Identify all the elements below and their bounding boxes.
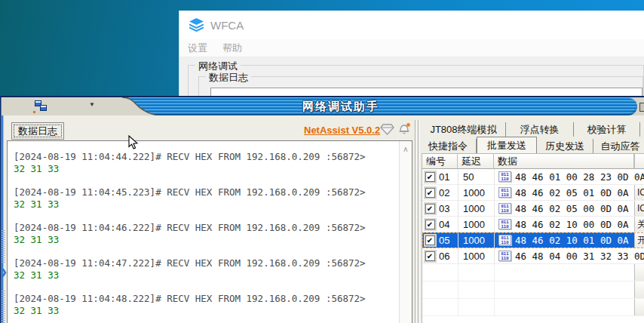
hex-format-icon: 011 110 <box>498 235 511 245</box>
tab-快捷指令[interactable]: 快捷指令 <box>420 139 477 153</box>
log-entry-header: [2024-08-19 11:04:48.222]# RECV HEX FROM… <box>14 293 395 305</box>
table-row-06[interactable]: ✔061000011 11046 48 04 00 31 32 33 0D...… <box>422 248 644 264</box>
menu-settings[interactable]: 设置 <box>188 42 207 55</box>
row-checkbox[interactable]: ✔ <box>425 251 435 261</box>
row-data-hex: 48 46 01 00 28 23 0D 0A <box>515 171 644 183</box>
row-data-hex: 46 48 04 00 31 32 33 0D... <box>515 251 644 262</box>
log-scrollbar[interactable]: ∧ <box>399 141 412 323</box>
row-data-cell: 011 11048 46 02 05 00 0D 0A <box>494 201 634 216</box>
hex-format-icon: 011 110 <box>498 171 511 182</box>
row-delay: 1000 <box>458 217 494 232</box>
row-delay: 50 <box>458 169 494 184</box>
row-number: 06 <box>437 251 458 262</box>
tabs-row-1: JT808终端模拟浮点转换校验计算 <box>422 122 640 137</box>
wfca-window: WFCA 设置 帮助 网络调试 数据日志 <box>179 11 644 98</box>
hex-format-icon: 011 110 <box>498 203 511 214</box>
row-number: 04 <box>437 219 458 230</box>
log-entry-header: [2024-08-19 11:04:45.223]# RECV HEX FROM… <box>14 186 395 198</box>
row-delay: 1000 <box>458 201 494 216</box>
row-number: 02 <box>437 187 458 198</box>
bell-icon[interactable] <box>398 122 412 135</box>
splitter-expand-icon[interactable]: ❯ <box>1 268 7 276</box>
col-header-data[interactable]: 数据 <box>494 154 634 169</box>
row-delay: 1000 <box>458 248 494 263</box>
menu-help[interactable]: 帮助 <box>222 42 242 55</box>
table-header: 编号 延迟 数据 <box>422 154 644 169</box>
col-header-delay[interactable]: 延迟 <box>458 154 494 169</box>
tab-历史发送[interactable]: 历史发送 <box>537 139 593 153</box>
notification-dot <box>406 123 410 127</box>
row-checkbox[interactable]: ✔ <box>425 188 435 198</box>
tab-批量发送[interactable]: 批量发送 <box>477 137 537 153</box>
log-entry-header: [2024-08-19 11:04:47.222]# RECV HEX FROM… <box>14 257 395 269</box>
row-data-hex: 48 46 02 10 00 0D 0A <box>515 219 629 230</box>
table-row-03[interactable]: ✔031000011 11048 46 02 05 00 0D 0AIO <box>422 201 644 217</box>
table-row-01[interactable]: ✔0150011 11048 46 01 00 28 23 0D 0AAD <box>422 169 644 185</box>
netassist-version-link[interactable]: NetAssist V5.0.2 <box>304 125 380 136</box>
row-note-button[interactable]: IO <box>634 201 644 216</box>
row-checkbox[interactable]: ✔ <box>425 172 435 182</box>
table-row-05[interactable]: ✔051000011 11048 46 02 10 01 0D 0A开 <box>422 232 644 248</box>
row-data-hex: 48 46 02 05 01 0D 0A <box>515 187 629 198</box>
tab-浮点转换[interactable]: 浮点转换 <box>506 122 574 137</box>
hex-format-icon: 011 110 <box>498 219 511 229</box>
table-row-02[interactable]: ✔021000011 11048 46 02 05 01 0D 0AIO <box>422 185 644 201</box>
netassist-body: 数据日志 NetAssist V5.0.2 [2024-08-19 11:04:… <box>4 117 644 323</box>
tab-校验计算[interactable]: 校验计算 <box>574 122 640 137</box>
diamond-icon[interactable] <box>380 124 394 135</box>
titlebar-swoosh <box>2 97 198 115</box>
netassist-titlebar[interactable]: ▼ 网络调试助手 <box>2 97 644 115</box>
app-menu-icon[interactable] <box>35 100 50 112</box>
log-entry-hex: 32 31 33 <box>14 198 395 211</box>
log-entry-hex: 32 31 33 <box>14 269 395 281</box>
table-row-04[interactable]: ✔041000011 11048 46 02 10 00 0D 0A关 <box>422 217 644 232</box>
col-header-note[interactable] <box>634 154 644 169</box>
log-entry-hex: 32 31 33 <box>14 305 395 317</box>
row-data-cell: 011 11048 46 02 05 01 0D 0A <box>494 185 634 200</box>
tabs-row-2: 快捷指令批量发送历史发送自动应答 <box>420 137 644 153</box>
groupbox-datalog: 数据日志 <box>198 76 643 97</box>
hex-format-icon: 011 110 <box>498 251 511 261</box>
row-note-button[interactable]: 开 <box>634 232 644 248</box>
row-checkbox[interactable]: ✔ <box>425 204 435 214</box>
row-note-empty <box>634 281 644 298</box>
netassist-window: ▼ 网络调试助手 数据日志 NetAssist V5.0.2 [2024-08-… <box>0 96 644 323</box>
row-number: 01 <box>437 171 458 183</box>
scroll-up-arrow-icon[interactable]: ∧ <box>400 143 412 155</box>
log-entry-header: [2024-08-19 11:04:46.222]# RECV HEX FROM… <box>14 222 395 234</box>
right-pane: JT808终端模拟浮点转换校验计算 快捷指令批量发送历史发送自动应答 编号 延迟… <box>420 117 644 323</box>
row-checkbox[interactable]: ✔ <box>425 235 435 245</box>
wfca-content: 网络调试 数据日志 <box>179 57 644 98</box>
pane-collapse-splitter[interactable]: ❯ <box>1 230 6 323</box>
pane-divider[interactable] <box>414 120 420 323</box>
row-number: 03 <box>437 203 458 214</box>
row-note-button[interactable]: 关 <box>634 217 644 232</box>
tab-自动应答[interactable]: 自动应答 <box>593 139 644 153</box>
tab-data-log[interactable]: 数据日志 <box>11 122 64 140</box>
titlebar-button-sliver[interactable] <box>637 97 644 115</box>
col-header-number[interactable]: 编号 <box>422 154 458 169</box>
row-delay: 1000 <box>458 185 494 200</box>
wfca-window-title: WFCA <box>210 19 244 32</box>
table-rows: ✔0150011 11048 46 01 00 28 23 0D 0AAD✔02… <box>422 169 644 316</box>
batch-send-table: 编号 延迟 数据 ✔0150011 11048 46 01 00 28 23 0… <box>422 153 644 323</box>
row-number: 05 <box>437 235 458 246</box>
netassist-window-title: 网络调试助手 <box>302 100 379 114</box>
row-data-cell: 011 11046 48 04 00 31 32 33 0D... <box>494 248 644 263</box>
log-content: [2024-08-19 11:04:44.222]# RECV HEX FROM… <box>11 141 398 323</box>
desktop-background: WFCA 设置 帮助 网络调试 数据日志 <box>0 0 644 323</box>
layers-icon <box>189 18 204 32</box>
row-note-button[interactable]: IO <box>634 185 644 200</box>
row-data-hex: 48 46 02 05 00 0D 0A <box>515 203 629 214</box>
log-entry-header: [2024-08-19 11:04:44.222]# RECV HEX FROM… <box>14 151 395 163</box>
titlebar-dropdown-arrow-icon[interactable]: ▼ <box>89 101 95 108</box>
log-entry-hex: 32 31 33 <box>14 163 395 175</box>
row-data-cell: 011 11048 46 02 10 01 0D 0A <box>494 232 634 248</box>
row-data-hex: 48 46 02 10 01 0D 0A <box>515 235 629 246</box>
row-checkbox[interactable]: ✔ <box>425 220 435 229</box>
row-data-cell: 011 11048 46 02 10 00 0D 0A <box>494 217 634 232</box>
log-entry-hex: 32 31 33 <box>14 234 395 246</box>
data-log-textarea[interactable]: [2024-08-19 11:04:44.222]# RECV HEX FROM… <box>7 140 412 323</box>
tab-JT808终端模拟[interactable]: JT808终端模拟 <box>422 122 506 137</box>
groupbox-datalog-label: 数据日志 <box>206 71 251 85</box>
